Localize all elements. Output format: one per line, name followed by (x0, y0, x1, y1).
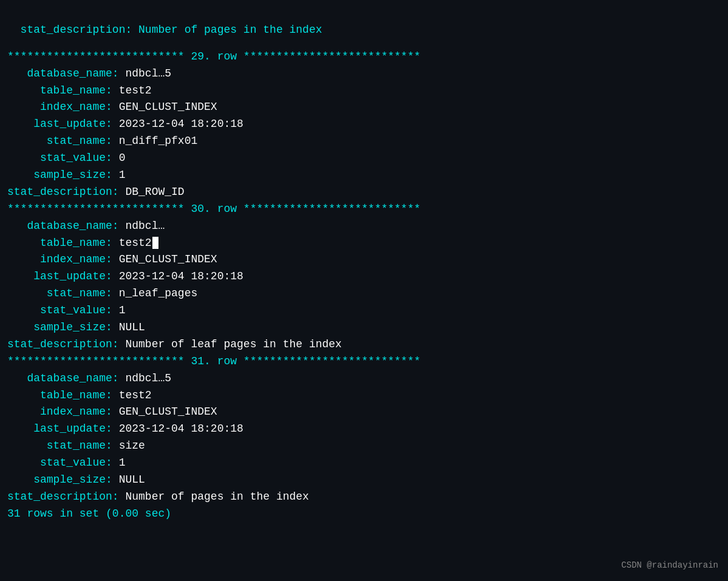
terminal-line: database_name: ndbcl…5 (7, 370, 721, 387)
terminal-line: index_name: GEN_CLUST_INDEX (7, 99, 721, 116)
terminal-line: stat_name: size (7, 438, 721, 455)
result-summary: 31 rows in set (0.00 sec) (7, 506, 721, 523)
terminal-line: *************************** 29. row ****… (7, 49, 721, 66)
terminal-line: table_name: test2 (7, 387, 721, 404)
terminal-line: sample_size: 1 (7, 167, 721, 184)
terminal-line: index_name: GEN_CLUST_INDEX (7, 404, 721, 421)
terminal-line: sample_size: NULL (7, 319, 721, 336)
terminal-line: table_name: test2 (7, 83, 721, 100)
terminal-line: table_name: test2 (7, 235, 721, 252)
terminal-line: database_name: ndbcl… (7, 218, 721, 235)
watermark: CSDN @raindayinrain (621, 559, 718, 573)
terminal-line: last_update: 2023-12-04 18:20:18 (7, 268, 721, 285)
terminal-line: last_update: 2023-12-04 18:20:18 (7, 116, 721, 133)
terminal-line: index_name: GEN_CLUST_INDEX (7, 251, 721, 268)
terminal-line: stat_name: n_leaf_pages (7, 285, 721, 302)
terminal-line: database_name: ndbcl…5 (7, 66, 721, 83)
terminal-line: stat_description: Number of pages in the… (7, 489, 721, 506)
terminal-line: *************************** 30. row ****… (7, 201, 721, 218)
top-partial-line: stat_description: Number of pages in the… (21, 24, 322, 36)
terminal-body: *************************** 29. row ****… (0, 44, 728, 528)
terminal-line: stat_value: 0 (7, 150, 721, 167)
terminal-line: stat_name: n_diff_pfx01 (7, 133, 721, 150)
terminal-line: stat_value: 1 (7, 455, 721, 472)
terminal-line: stat_value: 1 (7, 302, 721, 319)
terminal-line: stat_description: Number of leaf pages i… (7, 336, 721, 353)
terminal-line: stat_description: DB_ROW_ID (7, 184, 721, 201)
terminal-line: sample_size: NULL (7, 472, 721, 489)
terminal-output: stat_description: Number of pages in the… (0, 0, 728, 44)
terminal-line: *************************** 31. row ****… (7, 353, 721, 370)
text-cursor (152, 237, 158, 249)
terminal-line: last_update: 2023-12-04 18:20:18 (7, 421, 721, 438)
